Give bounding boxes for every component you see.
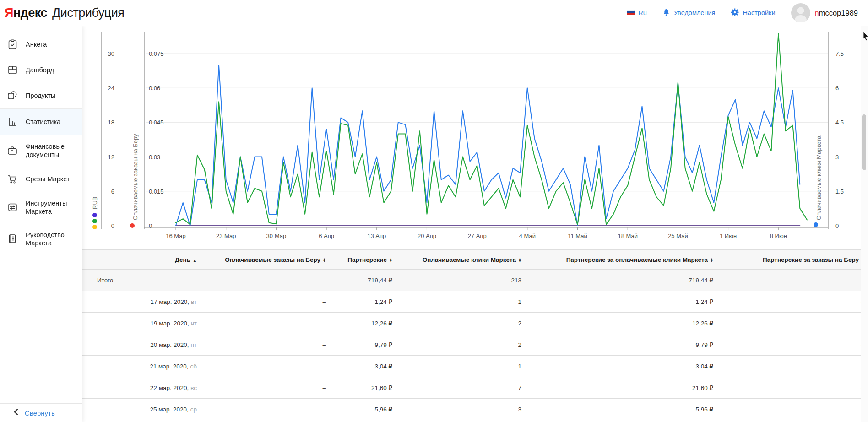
cell: 9,79 ₽ bbox=[330, 334, 396, 356]
column-header-partner-beru[interactable]: Партнерские за заказы на Беру▲▼ bbox=[717, 250, 868, 270]
user-menu[interactable]: nmccop1989 bbox=[791, 3, 858, 22]
notifications-label: Уведомления bbox=[674, 9, 716, 16]
cell-date: 21 мар. 2020,сб bbox=[82, 356, 201, 377]
svg-text:0: 0 bbox=[835, 222, 839, 229]
column-header-beru-orders[interactable]: Оплачиваемые заказы на Беру▲▼ bbox=[201, 250, 330, 270]
sidebar-item-market-tools[interactable]: Инструменты Маркета bbox=[0, 192, 82, 223]
sidebar-item-financial-documents[interactable]: Финансовые документы bbox=[0, 135, 82, 166]
column-header-partner[interactable]: Партнерские▲▼ bbox=[330, 250, 396, 270]
sort-asc-icon: ▲ bbox=[193, 258, 197, 263]
cell-date: 22 мар. 2020,вс bbox=[82, 377, 201, 399]
cell: 2 bbox=[396, 334, 525, 356]
svg-text:4.5: 4.5 bbox=[835, 119, 844, 126]
legend-dot[interactable] bbox=[130, 223, 135, 228]
vertical-scrollbar[interactable] bbox=[861, 26, 868, 422]
cart-icon bbox=[7, 173, 18, 184]
cell: 3,04 ₽ bbox=[525, 356, 717, 377]
svg-text:23 Мар: 23 Мар bbox=[216, 233, 236, 239]
sliders-icon bbox=[7, 202, 18, 213]
settings-label: Настройки bbox=[743, 9, 775, 16]
cell: – bbox=[201, 334, 330, 356]
series-line bbox=[176, 33, 807, 224]
sidebar-item-market-guide[interactable]: Руководство Маркета bbox=[0, 223, 82, 254]
legend-dot[interactable] bbox=[92, 225, 97, 229]
cell: – bbox=[717, 377, 868, 399]
svg-text:1.5: 1.5 bbox=[835, 188, 844, 195]
cell: 9,79 ₽ bbox=[525, 334, 717, 356]
scrollbar-thumb[interactable] bbox=[862, 114, 866, 170]
svg-text:6: 6 bbox=[111, 188, 114, 195]
cell: – bbox=[201, 356, 330, 377]
column-header-day[interactable]: День▲ bbox=[82, 250, 201, 270]
logo-letter: Я bbox=[5, 6, 13, 20]
svg-text:0: 0 bbox=[149, 222, 152, 229]
cell: 719,44 ₽ bbox=[330, 270, 396, 291]
svg-text:Оплачиваемые клики Маркета: Оплачиваемые клики Маркета bbox=[815, 135, 822, 220]
cell-date: 25 мар. 2020,ср bbox=[82, 399, 201, 420]
cell: – bbox=[717, 399, 868, 420]
sidebar-item-dashboard[interactable]: Дашборд bbox=[0, 57, 82, 83]
yandex-logo[interactable]: Яндекс Дистрибуция bbox=[5, 6, 124, 20]
svg-text:16 Мар: 16 Мар bbox=[166, 233, 186, 239]
cell: 7 bbox=[396, 377, 525, 399]
settings-link[interactable]: Настройки bbox=[731, 8, 775, 18]
column-header-market-clicks[interactable]: Оплачиваемые клики Маркета▲▼ bbox=[396, 250, 525, 270]
svg-text:6 Апр: 6 Апр bbox=[319, 233, 334, 239]
cell: 21,60 ₽ bbox=[330, 377, 396, 399]
cell: 1 bbox=[396, 356, 525, 377]
svg-text:0.03: 0.03 bbox=[149, 154, 160, 161]
notifications-link[interactable]: Уведомления bbox=[662, 8, 716, 18]
sidebar-item-anketa[interactable]: Анкета bbox=[0, 32, 82, 57]
cell: 3,04 ₽ bbox=[330, 356, 396, 377]
legend-dot[interactable] bbox=[92, 219, 97, 223]
cell: 3 bbox=[396, 399, 525, 420]
svg-text:20 Апр: 20 Апр bbox=[418, 233, 436, 239]
column-header-partner-clicks[interactable]: Партнерские за оплачиваемые клики Маркет… bbox=[525, 250, 717, 270]
logo-product-name: Дистрибуция bbox=[52, 6, 124, 20]
sidebar: Анкета Дашборд Продукты Статистика Финан… bbox=[0, 26, 82, 422]
svg-text:30 Мар: 30 Мар bbox=[266, 233, 287, 239]
sidebar-item-label: Анкета bbox=[26, 40, 47, 49]
cell: 719,44 ₽ bbox=[525, 270, 717, 291]
language-label: Ru bbox=[638, 9, 647, 16]
statistics-table: День▲ Оплачиваемые заказы на Беру▲▼ Парт… bbox=[82, 249, 868, 420]
table-header-row: День▲ Оплачиваемые заказы на Беру▲▼ Парт… bbox=[82, 250, 868, 270]
legend-dot[interactable] bbox=[92, 213, 97, 217]
svg-text:18: 18 bbox=[108, 119, 114, 126]
sidebar-item-products[interactable]: Продукты bbox=[0, 83, 82, 108]
cell: 12,26 ₽ bbox=[525, 313, 717, 334]
cell: 5,96 ₽ bbox=[330, 399, 396, 420]
table-row: 20 мар. 2020,пт – 9,79 ₽ 2 9,79 ₽ – bbox=[82, 334, 868, 356]
chevron-left-icon bbox=[14, 409, 18, 417]
sort-icon: ▲▼ bbox=[323, 258, 326, 262]
avatar bbox=[791, 3, 810, 22]
legend-dot[interactable] bbox=[814, 222, 818, 227]
sidebar-item-statistics[interactable]: Статистика bbox=[0, 108, 82, 135]
svg-text:RUB: RUB bbox=[92, 197, 98, 209]
sort-icon: ▲▼ bbox=[710, 258, 713, 262]
cell: 2 bbox=[396, 313, 525, 334]
svg-text:25 Май: 25 Май bbox=[668, 233, 688, 239]
sidebar-item-label: Финансовые документы bbox=[26, 142, 78, 159]
svg-text:3: 3 bbox=[835, 154, 839, 161]
bar-chart-icon bbox=[7, 116, 18, 127]
svg-text:7.5: 7.5 bbox=[835, 50, 844, 57]
table-row: 21 мар. 2020,сб – 3,04 ₽ 1 3,04 ₽ – bbox=[82, 356, 868, 377]
bell-icon bbox=[662, 8, 670, 18]
language-switcher[interactable]: Ru bbox=[627, 9, 647, 16]
svg-text:6: 6 bbox=[835, 85, 839, 92]
sidebar-collapse-button[interactable]: Свернуть bbox=[0, 403, 82, 422]
sidebar-item-market-slices[interactable]: Срезы Маркет bbox=[0, 166, 82, 192]
cell bbox=[201, 270, 330, 291]
statistics-chart: 061218243000.0150.030.0450.060.07501.534… bbox=[82, 26, 868, 249]
cell: – bbox=[717, 334, 868, 356]
main-content: 061218243000.0150.030.0450.060.07501.534… bbox=[82, 26, 868, 420]
svg-text:13 Апр: 13 Апр bbox=[367, 233, 386, 239]
russia-flag-icon bbox=[627, 9, 635, 16]
sidebar-item-label: Продукты bbox=[26, 92, 56, 100]
sidebar-item-label: Инструменты Маркета bbox=[26, 199, 78, 216]
svg-text:4 Май: 4 Май bbox=[519, 233, 536, 239]
svg-text:0.015: 0.015 bbox=[149, 188, 164, 195]
cell-date: 19 мар. 2020,чт bbox=[82, 313, 201, 334]
cell: – bbox=[201, 291, 330, 313]
